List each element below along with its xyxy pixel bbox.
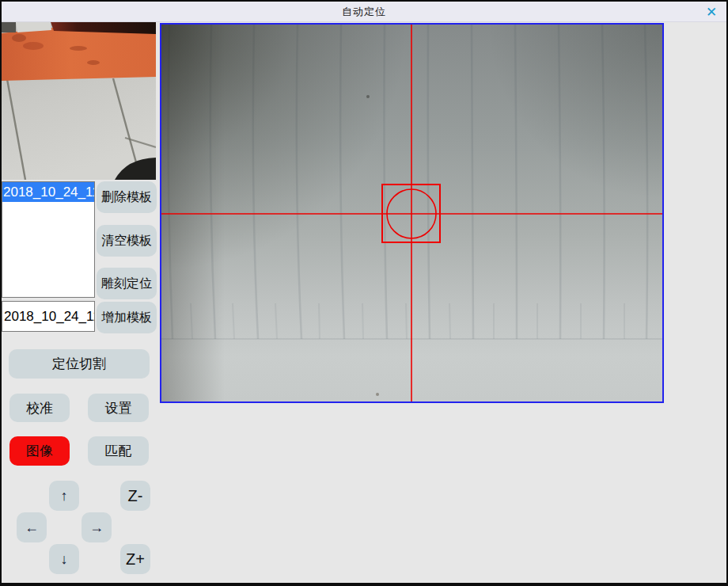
jog-up-button[interactable]: ↑	[49, 481, 79, 511]
calibrate-button[interactable]: 校准	[9, 394, 70, 422]
jog-z-minus-button[interactable]: Z-	[120, 481, 150, 511]
template-list[interactable]: 2018_10_24_11	[2, 181, 95, 298]
settings-button[interactable]: 设置	[88, 394, 149, 422]
add-template-button[interactable]: 增加模板	[97, 302, 157, 333]
arrow-up-icon: ↑	[61, 488, 68, 504]
template-thumbnail	[2, 22, 156, 180]
image-button[interactable]: 图像	[9, 436, 70, 466]
dialog-title: 自动定位	[342, 5, 386, 19]
camera-view	[160, 23, 664, 403]
camera-feed	[161, 25, 662, 401]
template-name-input[interactable]	[2, 301, 95, 332]
jog-right-button[interactable]: →	[82, 512, 112, 542]
delete-template-button[interactable]: 删除模板	[97, 181, 157, 213]
arrow-left-icon: ←	[25, 519, 39, 536]
engrave-position-button[interactable]: 雕刻定位	[97, 268, 157, 299]
jog-z-plus-button[interactable]: Z+	[120, 544, 150, 574]
template-list-item[interactable]: 2018_10_24_11	[2, 182, 94, 202]
jog-down-button[interactable]: ↓	[49, 544, 79, 574]
arrow-right-icon: →	[89, 519, 104, 536]
auto-position-dialog: 自动定位 ✕	[0, 0, 728, 586]
jog-left-button[interactable]: ←	[17, 512, 47, 542]
position-cut-button[interactable]: 定位切割	[9, 349, 150, 379]
match-button[interactable]: 匹配	[88, 436, 149, 466]
clear-templates-button[interactable]: 清空模板	[97, 225, 157, 257]
thumbnail-image	[2, 22, 156, 180]
title-bar[interactable]: 自动定位 ✕	[2, 2, 726, 22]
close-icon[interactable]: ✕	[703, 3, 720, 21]
arrow-down-icon: ↓	[61, 551, 68, 568]
